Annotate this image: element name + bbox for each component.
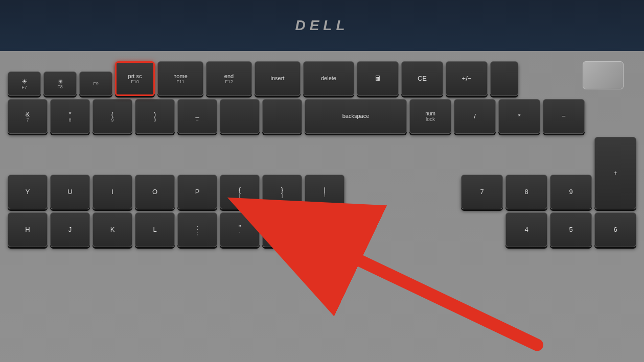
key-brace-close[interactable]: } ] [262, 175, 302, 209]
key-numdiv[interactable]: / [454, 99, 496, 134]
key-num9[interactable]: 9 [550, 175, 592, 209]
key-calc[interactable]: 🖩 [357, 61, 399, 96]
key-u[interactable]: U [50, 175, 90, 209]
key-unknown1[interactable] [220, 99, 260, 134]
keyboard-area: ☀ F7 ⊞ F8 F9 prt sc F10 home F11 end F12 [0, 51, 644, 362]
key-num4[interactable]: 4 [505, 212, 547, 247]
key-l[interactable]: L [135, 212, 175, 247]
key-enter[interactable]: enter [262, 212, 344, 247]
key-prtsc[interactable]: prt sc F10 [115, 61, 155, 96]
key-paren-close-0[interactable]: ) 0 [135, 99, 175, 134]
key-unknown2[interactable] [262, 99, 302, 134]
key-num8[interactable]: 8 [505, 175, 547, 209]
key-end[interactable]: end F12 [206, 61, 252, 96]
key-delete[interactable]: delete [303, 61, 354, 96]
key-num5[interactable]: 5 [550, 212, 592, 247]
key-num7[interactable]: 7 [461, 175, 503, 209]
key-f7[interactable]: ☀ F7 [8, 71, 41, 96]
key-amp-7[interactable]: & 7 [8, 99, 48, 134]
key-colon[interactable]: : ; [177, 212, 217, 247]
key-insert[interactable]: insert [255, 61, 301, 96]
key-paren-open-9[interactable]: ( 9 [93, 99, 132, 134]
key-p[interactable]: P [177, 175, 217, 209]
num-row: & 7 * 8 ( 9 ) 0 _ − ba [0, 99, 644, 134]
key-home[interactable]: home F11 [157, 61, 203, 96]
key-h[interactable]: H [8, 212, 48, 247]
key-f8[interactable]: ⊞ F8 [43, 71, 77, 96]
key-ce[interactable]: CE [401, 61, 443, 96]
home-row: H J K L : ; " ' enter 4 5 6 [0, 212, 644, 247]
key-quote[interactable]: " ' [220, 212, 260, 247]
qwerty-row: Y U I O P { [ } ] | \ 7 8 9 + [0, 137, 644, 209]
dell-logo: DELL [295, 17, 349, 34]
fn-row: ☀ F7 ⊞ F8 F9 prt sc F10 home F11 end F12 [0, 61, 644, 96]
key-numlock[interactable]: num lock [409, 99, 451, 134]
key-num6[interactable]: 6 [594, 212, 636, 247]
key-star-8[interactable]: * 8 [50, 99, 90, 134]
key-nummul[interactable]: * [498, 99, 540, 134]
laptop-top-bar: DELL [0, 0, 644, 51]
key-underscore-minus[interactable]: _ − [177, 99, 217, 134]
key-plusminus[interactable]: +/− [446, 61, 488, 96]
key-pipe[interactable]: | \ [305, 175, 344, 209]
key-backspace[interactable]: backspace [305, 99, 407, 134]
key-y[interactable]: Y [8, 175, 48, 209]
key-k[interactable]: K [93, 212, 132, 247]
key-numplus[interactable]: + [594, 137, 636, 209]
key-rightedge[interactable] [490, 61, 518, 96]
fingerprint-sensor [583, 61, 624, 89]
key-i[interactable]: I [93, 175, 132, 209]
key-j[interactable]: J [50, 212, 90, 247]
key-o[interactable]: O [135, 175, 175, 209]
key-f9[interactable]: F9 [79, 71, 112, 96]
laptop-body: DELL ☀ F7 ⊞ F8 F9 prt sc F10 [0, 0, 644, 362]
key-brace-open[interactable]: { [ [220, 175, 260, 209]
key-numminus[interactable]: − [543, 99, 585, 134]
